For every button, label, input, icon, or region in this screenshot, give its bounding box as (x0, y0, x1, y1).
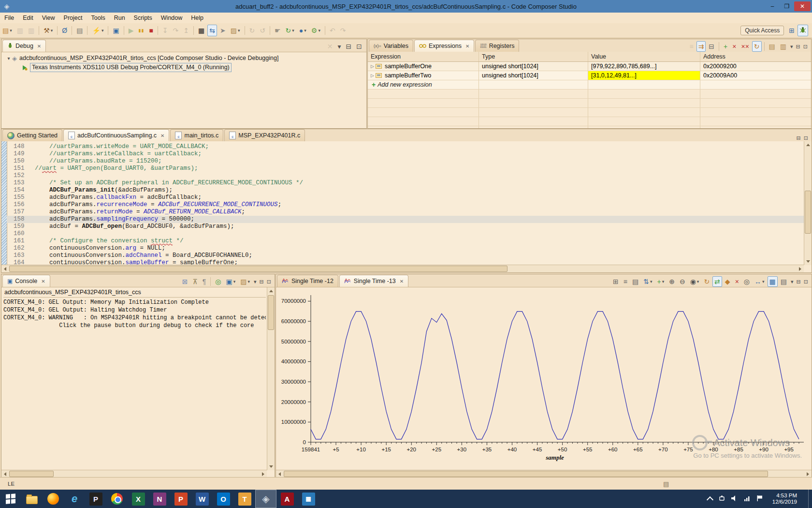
memory-browser-button[interactable]: ▦ (196, 25, 206, 36)
maximize-panel-button[interactable]: ⊡ (802, 135, 810, 141)
terminate-button[interactable]: ■ (147, 25, 155, 36)
menu-item-help[interactable]: Help (187, 14, 208, 22)
tab-expressions[interactable]: Expressions✕ (414, 40, 474, 52)
code-editor[interactable]: 148 //uartParams.writeMode = UART_MODE_C… (1, 141, 804, 265)
usb-tray-icon[interactable] (719, 494, 725, 503)
chrome-icon[interactable] (106, 490, 128, 508)
ccs-debug-perspective-button[interactable] (798, 25, 808, 36)
editor-horizontal-scrollbar[interactable] (1, 265, 804, 272)
zoom-fit-button[interactable]: ◉▾ (688, 276, 701, 287)
column-header-expression[interactable]: Expression (368, 52, 479, 61)
p-app-icon[interactable]: P (85, 490, 106, 508)
maximize-panel-button[interactable]: ⊡ (265, 279, 273, 285)
onenote-icon[interactable]: N (149, 490, 170, 508)
zoom-out-button[interactable]: ⊖ (678, 276, 687, 287)
console-horizontal-scrollbar[interactable] (1, 470, 267, 478)
clear-console-button[interactable]: ⊠ (180, 276, 190, 287)
dropdown-arrow-icon[interactable]: ▾ (233, 279, 236, 284)
profile-button[interactable]: ●▾ (297, 25, 308, 36)
display-selected-console-button[interactable]: ▣▾ (224, 276, 238, 287)
refresh-button[interactable]: ↻▾ (284, 25, 296, 36)
add-expression-row[interactable]: +Add new expression (368, 80, 811, 90)
firefox-icon[interactable] (43, 490, 64, 508)
refresh-values-button[interactable]: ↻ (752, 41, 762, 52)
show-logical-structure-button[interactable]: ⇉ (696, 41, 706, 52)
tab-getting-started[interactable]: Getting Started (2, 129, 62, 141)
collapse-all-button[interactable]: ⊟ (707, 41, 716, 52)
status-icon[interactable]: ▤ (663, 480, 669, 488)
code-line[interactable]: 155 adcBufParams.callbackFxn = adcBufCal… (7, 194, 804, 201)
dropdown-arrow-icon[interactable]: ▾ (102, 28, 104, 33)
menu-item-view[interactable]: View (38, 14, 59, 22)
editor-vertical-scrollbar[interactable] (804, 141, 812, 265)
code-line[interactable]: 158 adcBufParams.samplingFrequency = 500… (7, 216, 804, 223)
minimize-button[interactable]: – (765, 1, 780, 11)
code-line[interactable]: 159 adcBuf = ADCBuf_open(Board_ADCBUF0, … (7, 223, 804, 230)
minimize-panel-button[interactable]: ⊟ (795, 279, 802, 285)
table-view-button[interactable]: ▤ (779, 276, 789, 287)
tab-registers[interactable]: 10100101Registers (475, 40, 519, 52)
code-line[interactable]: 157 adcBufParams.returnMode = ADCBuf_RET… (7, 209, 804, 216)
tab-console[interactable]: ▣ Console ✕ (2, 275, 50, 287)
build-button[interactable]: ⚒▾ (42, 25, 55, 36)
close-tab-icon[interactable]: ✕ (37, 44, 41, 49)
code-line[interactable]: 156 adcBufParams.recurrenceMode = ADCBuf… (7, 201, 804, 209)
add-graph-button[interactable]: +▾ (655, 276, 666, 287)
dropdown-arrow-icon[interactable]: ▾ (318, 28, 320, 33)
view-menu-icon[interactable]: ▾ (252, 279, 258, 285)
remove-all-graphs-button[interactable]: × (733, 276, 741, 287)
minimize-panel-button[interactable]: ⊟ (795, 135, 802, 141)
scripts-button[interactable]: ⚙▾ (309, 25, 322, 36)
close-tab-icon[interactable]: ✕ (400, 279, 404, 284)
open-console-button[interactable]: ▨▾ (238, 276, 252, 287)
pin-session-button[interactable]: ➤ (218, 25, 228, 36)
column-header-type[interactable]: Type (479, 52, 588, 61)
view-menu-icon[interactable]: ▾ (789, 279, 795, 285)
code-line[interactable]: 153 /* Set up an ADCBuf peripheral in AD… (7, 179, 804, 187)
calculator-icon[interactable]: ▦ (298, 490, 319, 508)
suspend-button[interactable]: ▮▮ (136, 25, 146, 36)
waveform-chart[interactable]: 0100000002000000030000000400000005000000… (276, 287, 811, 468)
zoom-in-button[interactable]: ⊕ (667, 276, 677, 287)
code-line[interactable]: 161 /* Configure the conversion struct *… (7, 238, 804, 245)
expression-cell[interactable]: ▷sampleBufferOne (368, 62, 479, 71)
tab-variables[interactable]: (x)=Variables (369, 40, 413, 52)
menu-item-file[interactable]: File (0, 14, 18, 22)
t-app-icon[interactable]: T (234, 490, 255, 508)
tab-main-tirtos-c[interactable]: cmain_tirtos.c (170, 129, 223, 141)
menu-item-project[interactable]: Project (59, 14, 87, 22)
hidden-icons-chevron[interactable] (707, 496, 713, 503)
ccs-icon[interactable]: ◈ (255, 490, 276, 508)
maximize-panel-button[interactable]: ⊡ (354, 41, 364, 52)
dropdown-arrow-icon[interactable]: ▾ (51, 28, 53, 33)
column-header-value[interactable]: Value (588, 52, 700, 61)
file-explorer-icon[interactable] (21, 490, 43, 508)
minimize-panel-button[interactable]: ⊟ (795, 44, 802, 50)
connect-target-button[interactable]: ⇆ (207, 25, 217, 36)
word-wrap-button[interactable]: ¶ (201, 276, 208, 287)
adjust-layout-button[interactable]: ▤ (630, 276, 640, 287)
open-perspective-button[interactable]: ⊞ (787, 25, 797, 36)
menu-item-edit[interactable]: Edit (18, 14, 38, 22)
view-menu-icon[interactable]: ▾ (336, 41, 343, 52)
measure-button[interactable]: ↔▾ (753, 276, 767, 287)
new-target-configuration-button[interactable]: ▤ (74, 25, 85, 36)
dropdown-arrow-icon[interactable]: ▾ (762, 279, 765, 284)
debug-tree-node[interactable]: Texas Instruments XDS110 USB Debug Probe… (2, 63, 365, 72)
assembly-step-button[interactable]: ☛ (273, 25, 283, 36)
table-row[interactable]: ▷sampleBufferOneunsigned short[1024][979… (368, 62, 811, 71)
expander-icon[interactable]: ▷ (371, 73, 374, 78)
word-icon[interactable]: W (191, 490, 213, 508)
tab-msp-exp432p401r-c[interactable]: cMSP_EXP432P401R.c (224, 129, 305, 141)
code-line[interactable]: 152 (7, 172, 804, 179)
menu-item-tools[interactable]: Tools (87, 14, 109, 22)
debug-tree-node[interactable]: ▾◈adcbufcontinuous_MSP_EXP432P401R_tirto… (2, 54, 365, 63)
maximize-panel-button[interactable]: ⊡ (802, 279, 810, 285)
add-expression-cell[interactable]: +Add new expression (368, 80, 479, 89)
code-line[interactable]: 151//uart = UART_open(Board_UART0, &uart… (7, 165, 804, 172)
dropdown-arrow-icon[interactable]: ▾ (292, 28, 294, 33)
menu-item-window[interactable]: Window (157, 14, 187, 22)
add-expression-button[interactable]: + (722, 41, 729, 52)
minimize-panel-button[interactable]: ⊟ (344, 41, 354, 52)
dropdown-arrow-icon[interactable]: ▾ (248, 279, 250, 284)
